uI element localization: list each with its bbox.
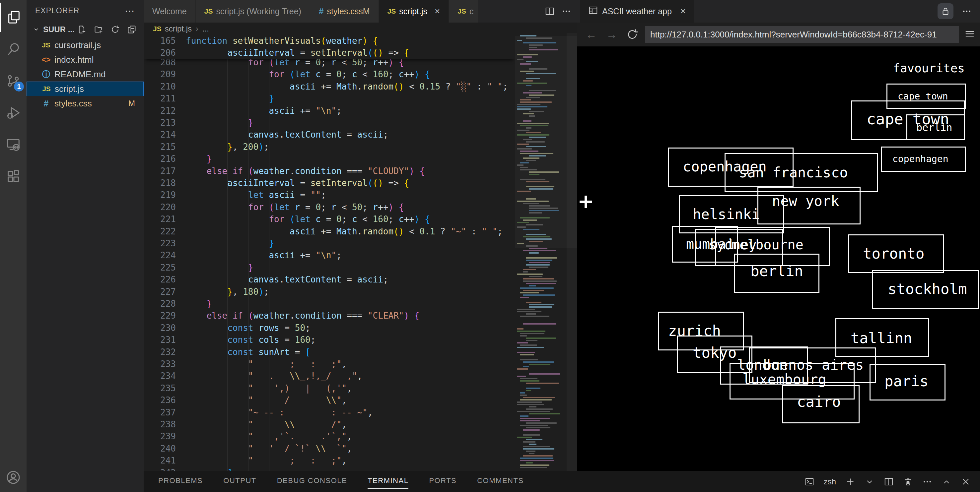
collapse-all-icon[interactable] bbox=[127, 25, 136, 34]
activity-item-extensions[interactable] bbox=[0, 162, 27, 191]
tab-c[interactable]: JSc bbox=[449, 0, 478, 22]
tab-script-js-working-tree-[interactable]: JSscript.js (Working Tree) bbox=[196, 0, 310, 22]
city-label-helsinki[interactable]: helsinki bbox=[693, 208, 760, 221]
city-label-toronto[interactable]: toronto bbox=[863, 246, 924, 261]
close-icon[interactable] bbox=[961, 477, 971, 487]
activity-item-remote-explorer[interactable] bbox=[0, 130, 27, 159]
city-label-san-francisco[interactable]: san francisco bbox=[739, 166, 848, 180]
more-actions-icon[interactable] bbox=[561, 6, 571, 16]
ellipsis-icon[interactable] bbox=[959, 3, 975, 19]
chevron-up-icon[interactable] bbox=[942, 477, 951, 487]
minimap-slider[interactable] bbox=[515, 36, 577, 248]
code-text: else if (weather.condition === "CLEAR") … bbox=[186, 309, 419, 322]
minimap-line bbox=[523, 269, 536, 270]
line-number: 219 bbox=[144, 189, 176, 201]
js-file-icon: JS bbox=[458, 7, 466, 15]
breadcrumb[interactable]: JS script.js › ... bbox=[144, 22, 577, 35]
city-label-cape-town[interactable]: cape town bbox=[898, 92, 948, 101]
tab-script-js[interactable]: JSscript.js× bbox=[379, 0, 449, 22]
browser-menu-icon[interactable] bbox=[964, 28, 975, 41]
line-number: 215 bbox=[144, 141, 176, 153]
debug-icon bbox=[6, 105, 21, 121]
city-label-berlin[interactable]: berlin bbox=[916, 123, 952, 133]
minimap-line bbox=[517, 352, 535, 353]
code-text: let ascii = ""; bbox=[186, 189, 326, 201]
panel-tab-problems[interactable]: PROBLEMS bbox=[158, 476, 203, 487]
minimap-line bbox=[529, 373, 560, 375]
panel-tab-ports[interactable]: PORTS bbox=[429, 476, 457, 487]
refresh-icon[interactable] bbox=[110, 25, 120, 34]
panel-tab-terminal[interactable]: TERMINAL bbox=[368, 476, 408, 487]
activity-item-search[interactable] bbox=[0, 35, 27, 63]
split-editor-icon[interactable] bbox=[545, 6, 555, 16]
new-folder-icon[interactable] bbox=[94, 25, 103, 34]
code-line-223: 223 } bbox=[144, 237, 515, 250]
code-line-233: 233 " ; : ;", bbox=[144, 358, 515, 370]
code-line-217: 217 else if (weather.condition === "CLOU… bbox=[144, 165, 515, 178]
code-line-234: 234 " . \\_,!,_/ ,", bbox=[144, 370, 515, 382]
city-label-copenhagen[interactable]: copenhagen bbox=[892, 154, 948, 164]
city-label-tallinn[interactable]: tallinn bbox=[851, 331, 912, 346]
minimap-line bbox=[529, 304, 554, 305]
activity-item-run-and-debug[interactable] bbox=[0, 98, 27, 127]
lock-icon[interactable] bbox=[937, 3, 953, 19]
tab-welcome[interactable]: Welcome bbox=[144, 0, 196, 22]
new-file-icon[interactable] bbox=[77, 25, 87, 34]
workspace-section-header[interactable]: SUUR ... bbox=[27, 22, 144, 37]
add-icon[interactable] bbox=[845, 477, 855, 487]
minimap-line bbox=[517, 330, 546, 332]
panel-tab-comments[interactable]: COMMENTS bbox=[477, 476, 523, 487]
minimap-line bbox=[520, 359, 538, 360]
code-line-231: 231 const cols = 160; bbox=[144, 334, 515, 346]
city-label-luxembourg[interactable]: luxembourg bbox=[743, 373, 826, 387]
file-item-index-html[interactable]: <>index.html bbox=[27, 52, 144, 67]
activity-item-explorer[interactable] bbox=[0, 3, 27, 32]
city-label-paris[interactable]: paris bbox=[885, 374, 928, 389]
reload-button[interactable] bbox=[626, 28, 639, 41]
editor-group-actions bbox=[545, 0, 577, 22]
city-label-berlin[interactable]: berlin bbox=[751, 264, 803, 278]
forward-button[interactable]: → bbox=[605, 28, 618, 41]
ellipsis-icon[interactable] bbox=[922, 477, 932, 487]
activity-item-account[interactable] bbox=[0, 463, 27, 492]
code-line-212: 212 ascii += "\n"; bbox=[144, 105, 515, 117]
trash-icon[interactable] bbox=[903, 477, 913, 487]
city-label-melbourne[interactable]: melbourne bbox=[732, 238, 803, 251]
git-modified-badge: M bbox=[363, 6, 370, 16]
back-button[interactable]: ← bbox=[585, 28, 598, 41]
panel-tab-debug-console[interactable]: DEBUG CONSOLE bbox=[277, 476, 347, 487]
url-input[interactable] bbox=[645, 26, 959, 43]
minimap-line bbox=[520, 399, 552, 400]
close-icon[interactable]: × bbox=[434, 6, 440, 17]
split-icon[interactable] bbox=[884, 477, 894, 487]
city-label-cairo[interactable]: cairo bbox=[797, 395, 841, 409]
code-editor[interactable]: 208 for (let r = 0; r < 50; r++) {209 fo… bbox=[144, 35, 515, 471]
breadcrumb-tail: ... bbox=[202, 24, 209, 33]
close-icon[interactable]: × bbox=[681, 6, 686, 17]
explorer-more-actions-icon[interactable]: ⋯ bbox=[125, 5, 135, 17]
breadcrumb-separator: › bbox=[196, 24, 198, 33]
minimap-line bbox=[517, 368, 528, 370]
city-label-stockholm[interactable]: stockholm bbox=[888, 282, 967, 297]
activity-item-source-control[interactable]: 1 bbox=[0, 66, 27, 95]
code-text: asciiInterval = setInterval(() => { bbox=[186, 47, 409, 59]
line-number: 220 bbox=[144, 201, 176, 214]
chevron-down-icon[interactable] bbox=[865, 477, 875, 487]
minimap-line bbox=[526, 340, 538, 341]
tab-label: script.js (Working Tree) bbox=[216, 6, 301, 16]
line-number: 224 bbox=[144, 249, 176, 262]
file-item-styles-css[interactable]: #styles.cssM bbox=[27, 96, 144, 111]
browser-tab-label: ASCII weather app bbox=[602, 6, 672, 16]
minimap-line bbox=[520, 465, 549, 466]
minimap-line bbox=[529, 285, 536, 286]
file-item-cursortrail-js[interactable]: JScursortrail.js bbox=[27, 38, 144, 52]
panel-tabs: PROBLEMSOUTPUTDEBUG CONSOLETERMINALPORTS… bbox=[158, 476, 524, 487]
tab-ascii-weather-app[interactable]: ASCII weather app × bbox=[580, 0, 694, 22]
search-icon bbox=[6, 41, 21, 57]
minimap-line bbox=[526, 387, 541, 389]
panel-tab-output[interactable]: OUTPUT bbox=[223, 476, 256, 487]
tab-styles-css[interactable]: #styles.css M bbox=[310, 0, 379, 22]
shell-label[interactable]: zsh bbox=[824, 477, 836, 486]
file-item-script-js[interactable]: JSscript.js bbox=[27, 82, 144, 96]
file-item-README-md[interactable]: ⓘREADME.md bbox=[27, 67, 144, 82]
